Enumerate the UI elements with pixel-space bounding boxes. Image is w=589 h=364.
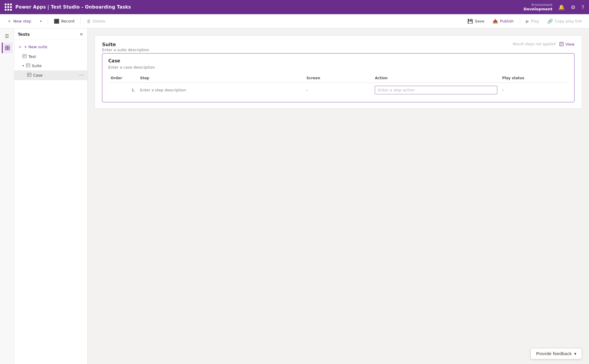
notification-icon[interactable]: 🔔	[558, 4, 565, 10]
case-icon	[27, 73, 31, 78]
play-icon: ▶	[526, 19, 530, 24]
help-icon[interactable]: ?	[581, 4, 584, 10]
toolbar: ＋ New step ▾ ⬛ Record 🗑 Delete 💾 Save 📤 …	[0, 14, 589, 28]
suite-card: Suite Result steps not applied View Case	[95, 35, 582, 109]
table-header-row: Order Step Screen Action Play status	[108, 74, 568, 83]
record-icon: ⬛	[54, 19, 59, 24]
save-button[interactable]: 💾 Save	[464, 17, 488, 26]
new-suite-icon: ＋	[18, 44, 22, 50]
test-label: Test	[28, 54, 36, 59]
col-header-step: Step	[138, 74, 304, 83]
delete-button[interactable]: 🗑 Delete	[83, 17, 109, 26]
provide-feedback-button[interactable]: Provide feedback ▾	[530, 348, 582, 359]
toolbar-separator-1	[48, 18, 48, 25]
sidebar-item-suite[interactable]: ▾ Suite	[14, 61, 87, 70]
app-title: Power Apps | Test Studio - Onboarding Ta…	[15, 4, 131, 10]
dropdown-arrow-button[interactable]: ▾	[36, 18, 45, 25]
feedback-bar: Provide feedback ▾	[523, 343, 589, 364]
step-description-input[interactable]	[140, 88, 301, 92]
svg-rect-3	[8, 48, 9, 50]
svg-rect-0	[5, 46, 7, 48]
new-step-button[interactable]: ＋ New step	[4, 17, 35, 26]
chevron-down-icon: ▾	[22, 64, 24, 68]
sidebar-close-button[interactable]: ✕	[79, 31, 84, 37]
environment-label: Environment	[532, 3, 552, 7]
case-more-button[interactable]: ···	[79, 72, 84, 78]
top-nav: Power Apps | Test Studio - Onboarding Ta…	[0, 0, 589, 14]
feedback-label: Provide feedback	[536, 351, 572, 356]
suite-actions: Result steps not applied View	[513, 42, 575, 46]
step-play-status: -	[500, 83, 568, 98]
toolbar-separator-3	[520, 18, 520, 25]
sidebar: ☰ Tests ✕ ＋ + New suite	[0, 28, 88, 364]
test-icon	[22, 54, 27, 59]
link-icon: 🔗	[547, 19, 553, 24]
copy-play-link-button[interactable]: 🔗 Copy play link	[544, 17, 585, 26]
record-button[interactable]: ⬛ Record	[50, 17, 78, 26]
suite-title-block: Suite	[102, 42, 152, 52]
col-header-action: Action	[372, 74, 500, 83]
play-button[interactable]: ▶ Play	[522, 17, 543, 26]
col-header-play-status: Play status	[500, 74, 568, 83]
environment-block: Environment Development	[524, 3, 552, 12]
suite-header: Suite Result steps not applied View	[102, 42, 575, 52]
svg-rect-13	[560, 42, 563, 46]
result-steps-text: Result steps not applied	[513, 42, 556, 46]
sidebar-icons: ☰	[0, 28, 14, 364]
sidebar-menu-icon[interactable]: ☰	[2, 31, 12, 41]
case-description-input[interactable]	[108, 65, 568, 69]
svg-rect-2	[5, 48, 7, 50]
delete-icon: 🗑	[87, 19, 91, 24]
environment-name: Development	[524, 7, 552, 12]
top-nav-right: Environment Development 🔔 ⚙ ?	[524, 3, 584, 12]
svg-rect-7	[26, 64, 30, 67]
waffle-icon[interactable]	[5, 4, 12, 11]
chevron-down-icon: ▾	[40, 20, 42, 23]
sidebar-item-case[interactable]: Case ···	[14, 70, 87, 80]
step-action-cell	[372, 83, 500, 98]
sidebar-header: Tests ✕	[14, 28, 87, 40]
step-description-cell	[138, 83, 304, 98]
table-row: 1. - -	[108, 83, 568, 98]
case-title: Case	[108, 58, 568, 64]
step-action-input[interactable]	[375, 86, 497, 94]
case-label: Case	[33, 73, 43, 77]
sidebar-panel: Tests ✕ ＋ + New suite Test ▾	[14, 28, 87, 364]
suite-icon	[26, 63, 30, 68]
publish-icon: 📤	[493, 19, 498, 24]
new-suite-button[interactable]: ＋ + New suite	[14, 42, 87, 52]
svg-rect-4	[23, 54, 26, 58]
step-order: 1.	[108, 83, 138, 98]
toolbar-separator-2	[80, 18, 81, 25]
step-screen: -	[304, 83, 373, 98]
sidebar-content: ＋ + New suite Test ▾ Suite	[14, 40, 87, 364]
suite-description-input[interactable]	[102, 48, 152, 52]
plus-icon: ＋	[7, 18, 12, 24]
content-area: Suite Result steps not applied View Case	[88, 28, 589, 364]
sidebar-title: Tests	[18, 32, 30, 37]
svg-rect-10	[28, 73, 31, 77]
save-icon: 💾	[467, 19, 473, 24]
feedback-chevron-icon: ▾	[574, 351, 576, 356]
settings-icon[interactable]: ⚙	[571, 4, 575, 10]
svg-rect-1	[8, 46, 9, 48]
suite-title: Suite	[102, 42, 152, 47]
steps-table: Order Step Screen Action Play status 1.	[108, 74, 568, 97]
view-button[interactable]: View	[559, 42, 575, 46]
sidebar-item-test[interactable]: Test	[14, 52, 87, 61]
col-header-screen: Screen	[304, 74, 373, 83]
col-header-order: Order	[108, 74, 138, 83]
sidebar-tests-icon[interactable]	[2, 43, 12, 53]
case-card: Case Order Step Screen Action Play statu…	[102, 53, 575, 102]
publish-button[interactable]: 📤 Publish	[489, 17, 517, 26]
toolbar-right: 💾 Save 📤 Publish ▶ Play 🔗 Copy play link	[464, 17, 585, 26]
main-layout: ☰ Tests ✕ ＋ + New suite	[0, 28, 589, 364]
suite-label: Suite	[32, 64, 42, 68]
